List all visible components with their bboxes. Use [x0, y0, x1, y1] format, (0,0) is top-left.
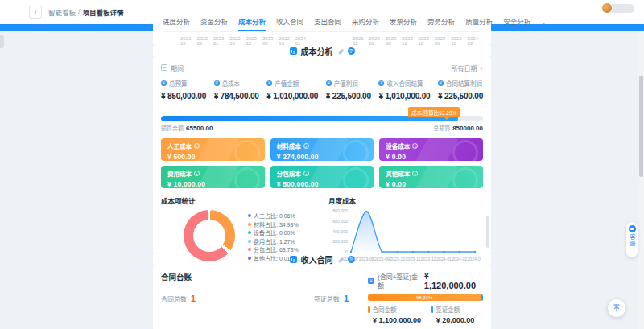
period-dropdown[interactable]: 所有日期 ∨ [452, 64, 483, 72]
contract-amount-block: ¥ (合同+签证)金额 ¥ 1,120,000.00 98.21% 合同金额 ¥… [368, 271, 483, 324]
amount-value: ¥ 1,120,000.00 [424, 271, 483, 290]
breadcrumb-current: 项目看板详情 [82, 7, 123, 17]
chevron-right-icon: › [194, 143, 200, 149]
back-to-top-button[interactable] [608, 299, 625, 317]
chevron-right-icon: › [412, 143, 418, 149]
legend-item[interactable]: 材料占比: 34.93% [248, 220, 299, 229]
legend-item[interactable]: 人工占比: 0.06% [248, 212, 299, 220]
svg-text:2023-07: 2023-07 [343, 257, 358, 261]
card-material-cost[interactable]: 材料成本› ¥ 274,000.00 [270, 138, 374, 161]
amount-label: (合同+签证)金额 [378, 272, 424, 290]
legend-contract-amount: 合同金额 ¥ 1,100,000.00 [368, 305, 431, 324]
help-icon[interactable]: ? [348, 47, 355, 55]
card-label: 材料成本 [277, 142, 301, 150]
card-label: 其他成本 [386, 169, 410, 178]
tab-cost[interactable]: 成本分析 [238, 16, 266, 31]
cost-section-header: 成本分析 ? [153, 45, 491, 57]
metric-label: 合同结算利润 [446, 79, 482, 88]
edit-icon[interactable] [337, 257, 344, 263]
chevron-down-icon[interactable]: ⌄ [541, 19, 547, 29]
breadcrumb-parent[interactable]: 智能看板 [48, 7, 76, 17]
svg-text:600,000: 600,000 [332, 219, 348, 224]
panel-scrollbar-thumb[interactable] [486, 216, 489, 248]
app-screen: ‹ 智能看板 / 项目看板详情 客服 进度分析 资金分析 成本分析 收入合同 [0, 0, 644, 329]
user-area[interactable] [601, 2, 634, 14]
yen-icon: ¥ [266, 80, 272, 86]
budget-progress-block: 成本/预算比92.29% 预算余额 65500.00 总预算 850000.00 [161, 107, 483, 132]
legend-label: 分包占比: 63.73% [254, 245, 299, 253]
tab-safety[interactable]: 安全分析 [503, 16, 530, 31]
tab-expense-contract[interactable]: 支出合同 [314, 16, 341, 31]
legend-item[interactable]: 费用占比: 1.27% [248, 237, 299, 246]
legend-dot [248, 240, 251, 243]
metric-output-profit: ¥产值利润 ¥ 225,500.00 [326, 79, 371, 101]
bar-chart-icon [290, 47, 297, 55]
metric-label: 产值金额 [275, 79, 299, 88]
contract-amount-bar[interactable]: 98.21% [368, 294, 483, 301]
contract-count-value: 1 [191, 294, 196, 303]
tab-funds[interactable]: 资金分析 [200, 16, 228, 31]
svg-text:2024-03: 2024-03 [467, 257, 481, 261]
visa-count-group[interactable]: 签证总数 1 [314, 294, 349, 303]
chevron-right-icon: › [194, 171, 200, 176]
contract-count-group[interactable]: 合同总数 1 [161, 294, 196, 303]
card-equipment-cost[interactable]: 设备成本› ¥ 0.00 [379, 138, 483, 161]
card-labor-cost[interactable]: 人工成本› ¥ 500.00 [161, 138, 265, 161]
svg-text:2023-12: 2023-12 [421, 257, 436, 261]
breadcrumb-separator: / [78, 8, 80, 16]
legend-label: 签证金额 [436, 305, 460, 314]
visa-count-label: 签证总数 [314, 294, 340, 303]
page-scrollbar-thumb[interactable] [639, 76, 643, 177]
metric-label: 总成本 [222, 79, 241, 88]
tab-procurement[interactable]: 采购分析 [352, 16, 379, 31]
left-drawer-handle[interactable] [0, 35, 4, 48]
metric-value: ¥ 850,000.00 [161, 92, 206, 101]
card-other-cost[interactable]: 其他成本› ¥ 0.00 [379, 166, 483, 188]
card-value: ¥ 0.00 [386, 153, 477, 161]
legend-item[interactable]: 设备占比: 0.00% [248, 228, 299, 237]
card-label: 分包成本 [277, 169, 301, 178]
service-tab[interactable]: 客服 [626, 222, 638, 257]
edit-icon[interactable] [337, 48, 344, 55]
card-label: 人工成本 [167, 142, 192, 150]
yen-icon: ¥ [161, 80, 167, 86]
tab-progress[interactable]: 进度分析 [163, 16, 190, 31]
ledger-title: 合同台账 [161, 271, 360, 282]
legend-value: ¥ 1,100,000.00 [368, 316, 431, 324]
cost-analysis-card: 期间 所有日期 ∨ ¥总预算 ¥ 850,000.00 ¥总成本 ¥ 784,5… [153, 57, 491, 253]
budget-remain-label: 预算余额 [161, 124, 184, 132]
cost-items-donut-chart[interactable] [184, 210, 235, 261]
tab-income-contract[interactable]: 收入合同 [276, 16, 303, 31]
legend-label: 人工占比: 0.06% [254, 212, 295, 220]
donut-chart-title: 成本项统计 [161, 195, 324, 205]
charts-row: 成本项统计 人工占比: 0.06% 材料占比: 34.93% 设备占比: 0.0… [161, 195, 483, 271]
tab-invoice[interactable]: 发票分析 [390, 16, 417, 31]
page-scrollbar[interactable] [638, 31, 644, 329]
avatar[interactable] [601, 2, 613, 14]
cost-section-title: 成本分析 [301, 45, 333, 57]
tab-quality[interactable]: 质量分析 [465, 16, 493, 31]
visa-count-value: 1 [344, 294, 349, 303]
yen-icon: ¥ [326, 80, 332, 86]
card-expense-cost[interactable]: 费用成本› ¥ 10,000.00 [161, 166, 265, 188]
svg-text:2023-10: 2023-10 [390, 257, 405, 261]
period-row: 期间 所有日期 ∨ [161, 63, 483, 72]
calendar-icon [161, 64, 167, 71]
service-tab-label: 客服 [628, 234, 636, 247]
svg-text:2023-11: 2023-11 [406, 257, 421, 261]
monthly-chart-title: 月度成本 [328, 195, 483, 205]
metric-value: ¥ 1,010,000.00 [266, 92, 318, 101]
bar-chart-icon [290, 256, 297, 263]
legend-item[interactable]: 分包占比: 63.73% [248, 245, 299, 254]
card-subcontract-cost[interactable]: 分包成本› ¥ 500,000.00 [270, 166, 374, 188]
back-button[interactable]: ‹ [29, 6, 42, 19]
period-label-group: 期间 [161, 64, 184, 72]
metric-income-settlement: ¥收入合同结算 ¥ 1,010,000.00 [378, 79, 430, 101]
dropdown-arrow-icon: ∨ [480, 65, 483, 71]
analysis-tabbar: 进度分析 资金分析 成本分析 收入合同 支出合同 采购分析 发票分析 劳务分析 … [163, 15, 481, 32]
legend-dot [248, 223, 251, 226]
metric-value: ¥ 225,500.00 [326, 92, 371, 101]
metric-value: ¥ 1,010,000.00 [378, 92, 430, 101]
monthly-cost-chart[interactable]: 800,000600,000400,000200,00002023-072023… [324, 207, 481, 268]
tab-labor[interactable]: 劳务分析 [427, 16, 455, 31]
